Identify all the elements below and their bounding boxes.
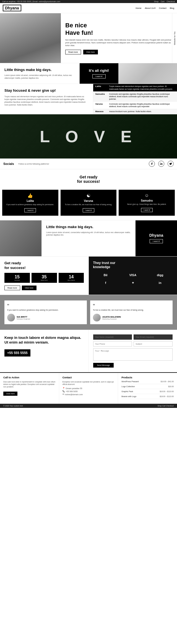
card-name-1: Varuna — [63, 199, 114, 202]
nav-blog[interactable]: Blog — [170, 7, 174, 9]
three-col-logo: Dhyana — [149, 233, 163, 237]
facebook-icon[interactable] — [149, 161, 155, 167]
logo-be: Bē — [93, 272, 118, 278]
form-email-input[interactable] — [134, 334, 173, 340]
navbar: Dhyana Home About Us ▾ Contact Blog — [0, 3, 177, 13]
nav-contact[interactable]: Contact — [159, 7, 166, 9]
testimonial-table: Lalita Turpis massa sed elementum tempus… — [93, 84, 177, 114]
testimonial-name-1: Samudra — [95, 93, 109, 95]
footer-click-here-btn[interactable]: Click here — [3, 392, 17, 396]
footer-products-title: Products — [121, 376, 174, 379]
product-name-1: Logo Collection — [121, 386, 135, 387]
ready-block-title: Get ready for success! — [4, 261, 84, 270]
twitter-icon[interactable] — [168, 161, 174, 167]
email-icon: ✉ — [63, 393, 64, 395]
hero-content: Be nice Have fun! Non blandit massa enim… — [61, 13, 177, 63]
nav-about[interactable]: About Us ▾ — [145, 7, 156, 9]
card-name-0: Lalita — [4, 199, 56, 202]
logo-dropbox: ✦ — [120, 280, 145, 286]
linkedin-icon[interactable] — [158, 161, 164, 167]
cart-link[interactable]: Cart — [161, 1, 164, 2]
footer-product-1: Logo Collection $16.00 — [121, 386, 174, 389]
socials-label: Socials — [3, 162, 14, 165]
test-role-1: Marketing Assistant — [102, 318, 121, 320]
testimonial-text-2: Commodo sed egestas egestas fringilla ph… — [109, 103, 175, 108]
sec3-left: Stay focused & never give up! Turpis mas… — [0, 84, 93, 114]
shop-link[interactable]: Shop — [154, 1, 158, 2]
test-avatar-1 — [93, 314, 101, 321]
nav-links: Home About Us ▾ Contact Blog — [136, 7, 174, 9]
sec2-right-image — [118, 63, 177, 84]
card-icon-0: 👍 — [4, 193, 56, 198]
nav-home[interactable]: Home — [136, 7, 141, 9]
trust-title: They trust our knowledge — [93, 261, 173, 270]
socials-follow-text: Follow us at the following platforms! — [19, 163, 145, 165]
card-btn-2[interactable]: I want it! — [141, 208, 153, 212]
product-price-1: $16.00 — [168, 386, 174, 387]
logos-grid: Bē VISA digg f ✦ in — [93, 272, 173, 286]
contact-section: Keep in touch labore et dolore magna ali… — [0, 330, 177, 372]
testimonial-row-lalita: Lalita Turpis massa sed elementum tempus… — [93, 84, 177, 91]
form-name-input[interactable] — [93, 334, 132, 340]
form-subject-input[interactable] — [134, 341, 173, 347]
trust-block: They trust our knowledge Bē VISA digg f … — [89, 257, 177, 295]
card-desc-1: To live a creative life, we must lose ou… — [63, 204, 114, 206]
card-btn-0[interactable]: I want it! — [24, 208, 36, 212]
testimonial-row-samudra: Samudra Commodo sed egestas egestas frin… — [93, 92, 177, 102]
testimonial-text-0: Turpis massa sed elementum tempus egesta… — [109, 85, 175, 90]
location-icon: 📍 — [63, 387, 65, 389]
top-bar-links: Shop Cart Checkout — [154, 1, 175, 2]
checkout-link[interactable]: Checkout — [166, 1, 175, 2]
card-icon-2: ☺ — [121, 193, 173, 198]
card-lalita: 👍 Lalita If you want to achieve greatnes… — [2, 190, 58, 215]
testimonial-card-0: " If you want to achieve greatness stop … — [4, 300, 87, 324]
send-message-btn[interactable]: Send Message — [93, 363, 114, 368]
footer: Call to Action Duis aute irure dolor in … — [0, 372, 177, 404]
form-row-1 — [93, 334, 173, 340]
testimonial-row-varuna: Varuna Commodo sed egestas egestas fring… — [93, 102, 177, 109]
three-col-mid: Little things make big days. Lorem ipsum… — [41, 220, 136, 256]
dropdown-icon: ▾ — [154, 7, 155, 9]
sec3-testimonials: Lalita Turpis massa sed elementum tempus… — [93, 84, 177, 114]
test-author-1: AGATA BALDWIN Marketing Assistant — [93, 314, 170, 321]
svg-point-0 — [160, 163, 161, 163]
hero-read-more-btn[interactable]: Read more — [65, 50, 81, 54]
test-role-0: Software Engineer — [17, 318, 30, 320]
logo-linkedin: in — [148, 280, 173, 286]
love-banner: L O V E — [0, 114, 177, 159]
hero-title: Be nice Have fun! — [65, 22, 173, 36]
contact-phone: +55 555 5555 — [4, 349, 30, 357]
section-3: Stay focused & never give up! Turpis mas… — [0, 84, 177, 114]
card-samudra: ☺ Samudra Never give up. Great things ta… — [119, 190, 175, 215]
footer-product-2: Graphic Pack $16.00 – $110.00 — [121, 390, 174, 394]
test-author-info-0: SIA BRITT Software Engineer — [17, 316, 30, 320]
three-col-image — [0, 220, 41, 256]
sec2-title: Little things make big days. — [4, 68, 75, 72]
ready-read-more-btn[interactable]: Read more — [4, 286, 20, 290]
footer-contact-text: Excepteur sint occaecat cupidatat non pr… — [63, 381, 115, 386]
phone-icon: 📞 — [63, 390, 65, 392]
logo-visa: VISA — [120, 272, 145, 278]
product-name-0: WordPress Peasant — [121, 381, 139, 382]
footer-email: ✉ notme@domain.com — [63, 393, 115, 395]
card-btn-1[interactable]: I want it! — [83, 208, 94, 212]
sec2-i-want-btn[interactable]: I want it! — [92, 74, 106, 78]
form-message-textarea[interactable] — [93, 348, 173, 361]
footer-cta-title: Call to Action — [3, 376, 56, 379]
get-ready-title: Get ready for success! — [4, 175, 173, 184]
bottom-nav: Shop Cart Checkout — [157, 405, 174, 407]
counter-num-2: 14 — [61, 275, 82, 279]
ready-click-here-btn[interactable]: Click here — [22, 286, 37, 290]
counter-minutes: 35 MINUTES — [32, 273, 57, 283]
bottom-bar: © 2020 Your custom text Shop Cart Checko… — [0, 404, 177, 408]
sec2-text: Lorem ipsum dolor sit amet, consectetur … — [4, 74, 75, 80]
nav-logo[interactable]: Dhyana — [3, 5, 21, 11]
three-col-i-want-btn[interactable]: I want it! — [150, 239, 163, 243]
hero-img-placeholder — [0, 13, 61, 63]
testimonial-name-3: Manasa — [95, 110, 109, 113]
quote-mark-1: " — [93, 303, 170, 309]
hero-click-here-btn[interactable]: Click here — [83, 50, 98, 54]
form-phone-input[interactable] — [93, 341, 132, 347]
section-2: Little things make big days. Lorem ipsum… — [0, 63, 177, 84]
copyright: © 2020 Your custom text — [3, 405, 23, 407]
